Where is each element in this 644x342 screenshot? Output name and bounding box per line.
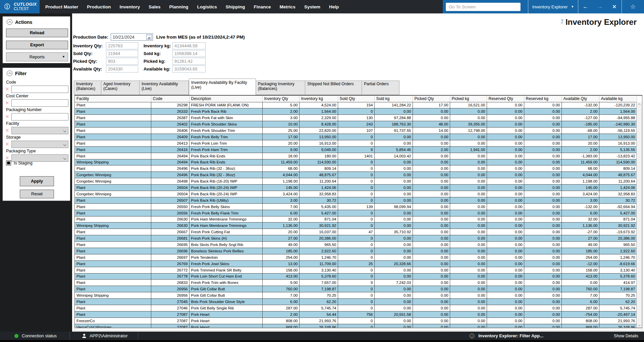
cell-reserved-qty[interactable]: 0.00 (487, 172, 524, 178)
cell-reserved-qty[interactable]: 0.00 (487, 121, 524, 128)
cell-inventory-qty[interactable]: 17.00 (262, 134, 299, 140)
cell-picked-qty[interactable]: 48.00 (413, 121, 450, 128)
cell-picked-qty[interactable]: 14.00 (413, 128, 450, 134)
cell-description[interactable]: Pork Gilt Collar Butt (189, 292, 262, 299)
cell-code[interactable]: 26406 (151, 128, 189, 134)
cell-sold-kg[interactable]: 0.00 (374, 134, 413, 140)
cell-sold-qty[interactable]: 0 (338, 210, 374, 216)
table-row[interactable]: Congebec Winnipeg26496Pork Back Rib (32 … (75, 172, 637, 178)
cell-description[interactable]: Fresh Pork Cutting Fat (189, 229, 262, 235)
cell-reserved-qty[interactable]: 0.00 (487, 292, 524, 299)
cell-reserved-kg[interactable]: 0.00 (524, 140, 561, 146)
cell-available-kg[interactable]: -92,664.94 (599, 203, 637, 210)
cell-code[interactable]: 26681 (151, 235, 189, 242)
cell-reserved-kg[interactable]: 0.00 (524, 229, 561, 235)
cell-sold-kg[interactable]: 14,003.42 (374, 153, 413, 159)
cell-available-qty[interactable]: 0.00 (561, 280, 599, 286)
cell-facility[interactable]: Plant (75, 248, 151, 254)
cell-facility[interactable]: Plant (75, 210, 151, 216)
column-header-facility[interactable]: Facility (75, 96, 151, 102)
cell-inventory-qty[interactable]: 760.00 (262, 286, 299, 292)
tab-packaging-inventory-balances-[interactable]: Packaging Inventory (Balances) (256, 81, 305, 95)
cell-inventory-kg[interactable]: 3,130.40 (299, 267, 338, 273)
cell-description[interactable]: Pork Back Rib Ends (189, 153, 262, 159)
facility-select[interactable] (11, 127, 68, 134)
cell-description[interactable]: Pork Ham Membrane Trimmings (189, 223, 262, 229)
cell-inventory-kg[interactable]: 9,049.00 (299, 146, 338, 153)
cell-available-kg[interactable]: 1,246.70 (599, 254, 637, 260)
cell-description[interactable]: Pork Ham Membrane Trimmings (189, 216, 262, 223)
tab-partial-orders[interactable]: Partial Orders (362, 81, 399, 95)
cell-sold-qty[interactable]: 139 (338, 203, 374, 210)
table-row[interactable]: Plant26695Bnls Sknls Pork Belly Sngl Rib… (75, 242, 637, 248)
cell-available-kg[interactable]: 871.04 (599, 216, 637, 223)
clear-storage-icon[interactable]: ✕ (5, 142, 11, 147)
cell-inventory-qty[interactable]: 32.00 (262, 216, 299, 223)
cell-available-qty[interactable]: 17.00 (561, 134, 599, 140)
cell-description[interactable]: Bnls Sknls Pork Belly Sngl Rib (189, 242, 262, 248)
cell-picked-qty[interactable]: 0.00 (413, 311, 450, 317)
cell-description[interactable]: FRESH PORK HAM (FLANK ON) (189, 102, 262, 108)
cell-reserved-qty[interactable]: 0.00 (487, 280, 524, 286)
cell-available-kg[interactable]: -120,239.22 (599, 102, 637, 108)
cell-reserved-kg[interactable]: 0.00 (524, 280, 561, 286)
cell-inventory-qty[interactable]: 808.00 (262, 317, 299, 324)
cell-code[interactable]: 26496 (151, 165, 189, 172)
menu-help[interactable]: Help (325, 4, 343, 9)
cell-available-qty[interactable]: 3,424.00 (561, 191, 599, 197)
cell-facility[interactable]: Plant (75, 153, 151, 159)
cell-sold-kg[interactable]: 91,737.55 (374, 128, 413, 134)
table-row[interactable]: Congebec Winnipeg26498Pork Back Rib (16-… (75, 178, 637, 185)
cell-code[interactable]: 26778 (151, 273, 189, 280)
cell-picked-qty[interactable]: 0.00 (413, 317, 450, 324)
cell-sold-kg[interactable]: 0.00 (374, 140, 413, 146)
cell-facility[interactable]: Congebec Winnipeg (75, 191, 151, 197)
cell-facility[interactable]: Plant (75, 267, 151, 273)
cell-code[interactable]: 26409 (151, 134, 189, 140)
cell-picked-qty[interactable]: 0.00 (413, 178, 450, 185)
cell-inventory-qty[interactable]: 287.00 (262, 305, 299, 311)
cell-reserved-kg[interactable]: 0.00 (524, 134, 561, 140)
cell-sold-qty[interactable]: 154 (338, 102, 374, 108)
cell-inventory-kg[interactable]: 8,428.00 (299, 121, 338, 128)
cell-sold-qty[interactable]: 0 (338, 223, 374, 229)
cell-code[interactable]: 27087 (151, 311, 189, 317)
cell-inventory-qty[interactable]: 5.00 (262, 102, 299, 108)
cell-picked-kg[interactable]: 0.00 (450, 311, 487, 317)
cell-available-kg[interactable]: 5,427.00 (599, 210, 637, 216)
column-header-description[interactable]: Description (189, 96, 262, 102)
cell-code[interactable]: 27087 (151, 317, 189, 324)
column-header-reserved-kg[interactable]: Reserved kg (524, 96, 561, 102)
cell-sold-kg[interactable]: 0.00 (374, 197, 413, 203)
cell-available-kg[interactable]: 70.25 (599, 292, 637, 299)
cell-available-kg[interactable]: 5,378.60 (599, 273, 637, 280)
menu-production[interactable]: Production (83, 4, 115, 9)
cell-reserved-qty[interactable]: 0.00 (487, 140, 524, 146)
cell-code[interactable]: 26630 (151, 216, 189, 223)
cell-facility[interactable]: Plant (75, 197, 151, 203)
cell-inventory-kg[interactable]: 5,435.00 (299, 203, 338, 210)
cell-sold-qty[interactable]: 47 (338, 229, 374, 235)
cell-picked-qty[interactable]: 0.00 (413, 223, 450, 229)
cell-picked-kg[interactable]: 0.00 (450, 229, 487, 235)
cell-reserved-qty[interactable]: 0.00 (487, 203, 524, 210)
cell-sold-qty[interactable]: 0 (338, 235, 374, 242)
cell-reserved-kg[interactable]: 0.00 (524, 128, 561, 134)
cell-sold-qty[interactable]: 0 (338, 273, 374, 280)
cell-reserved-kg[interactable]: 0.00 (524, 191, 561, 197)
cell-description[interactable]: Pork Back Rib (20-24) IWP (189, 185, 262, 191)
cell-inventory-qty[interactable]: 185.00 (262, 248, 299, 254)
cell-inventory-kg[interactable]: 20,386.00 (299, 235, 338, 242)
cell-inventory-qty[interactable]: 968.00 (262, 324, 299, 328)
cell-facility[interactable]: VersaCold Winnipeg (75, 324, 151, 328)
cell-inventory-kg[interactable]: 5,427.00 (299, 210, 338, 216)
calendar-icon[interactable]: 15 (146, 34, 152, 40)
table-row[interactable]: Plant26772Pork Trimmed Flank SR Belly158… (75, 267, 637, 273)
cell-reserved-kg[interactable]: 0.00 (524, 254, 561, 260)
cell-picked-qty[interactable]: 0.00 (413, 159, 450, 165)
cell-inventory-qty[interactable]: 7.00 (262, 203, 299, 210)
table-row[interactable]: Plant26387Fresh Pork Fat with Skin3.002,… (75, 115, 637, 121)
cell-description[interactable]: Pork Heart (189, 317, 262, 324)
cell-sold-kg[interactable]: 0.00 (374, 324, 413, 328)
cell-reserved-kg[interactable]: 0.00 (524, 248, 561, 254)
